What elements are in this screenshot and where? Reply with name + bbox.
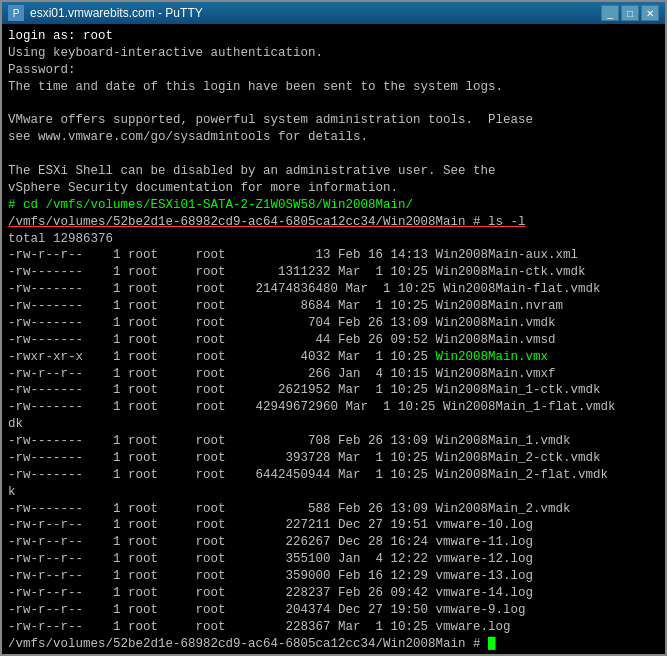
- line-16: -rw------- 1 root root 21474836480 Mar 1…: [8, 281, 659, 298]
- line-28: -rw-r--r-- 1 root root 227211 Dec 27 19:…: [8, 517, 659, 534]
- putty-icon: P: [8, 5, 24, 21]
- line-9: The ESXi Shell can be disabled by an adm…: [8, 163, 659, 180]
- title-bar-left: P esxi01.vmwarebits.com - PuTTY: [8, 5, 203, 21]
- line-26: -rw------- 1 root root 6442450944 Mar 1 …: [8, 467, 659, 484]
- line-4: The time and date of this login have bee…: [8, 79, 659, 96]
- putty-window: P esxi01.vmwarebits.com - PuTTY _ □ ✕ lo…: [0, 0, 667, 656]
- line-31: -rw-r--r-- 1 root root 359000 Feb 16 12:…: [8, 568, 659, 585]
- line-17: -rw------- 1 root root 8684 Mar 1 10:25 …: [8, 298, 659, 315]
- line-11: # cd /vmfs/volumes/ESXi01-SATA-2-Z1W0SW5…: [8, 197, 659, 214]
- line-26b: k: [8, 484, 659, 501]
- title-controls[interactable]: _ □ ✕: [601, 5, 659, 21]
- line-20: -rwxr-xr-x 1 root root 4032 Mar 1 10:25 …: [8, 349, 659, 366]
- terminal-output[interactable]: login as: root Using keyboard-interactiv…: [2, 24, 665, 654]
- title-bar: P esxi01.vmwarebits.com - PuTTY _ □ ✕: [2, 2, 665, 24]
- line-3: Password:: [8, 62, 659, 79]
- maximize-button[interactable]: □: [621, 5, 639, 21]
- line-23b: dk: [8, 416, 659, 433]
- line-22: -rw------- 1 root root 2621952 Mar 1 10:…: [8, 382, 659, 399]
- line-24: -rw------- 1 root root 708 Feb 26 13:09 …: [8, 433, 659, 450]
- line-8: [8, 146, 659, 163]
- line-34: -rw-r--r-- 1 root root 228367 Mar 1 10:2…: [8, 619, 659, 636]
- line-2: Using keyboard-interactive authenticatio…: [8, 45, 659, 62]
- line-23: -rw------- 1 root root 42949672960 Mar 1…: [8, 399, 659, 416]
- line-35: /vmfs/volumes/52be2d1e-68982cd9-ac64-680…: [8, 636, 659, 653]
- line-29: -rw-r--r-- 1 root root 226267 Dec 28 16:…: [8, 534, 659, 551]
- line-6: VMware offers supported, powerful system…: [8, 112, 659, 129]
- line-30: -rw-r--r-- 1 root root 355100 Jan 4 12:2…: [8, 551, 659, 568]
- line-7: see www.vmware.com/go/sysadmintools for …: [8, 129, 659, 146]
- window-title: esxi01.vmwarebits.com - PuTTY: [30, 6, 203, 20]
- line-33: -rw-r--r-- 1 root root 204374 Dec 27 19:…: [8, 602, 659, 619]
- minimize-button[interactable]: _: [601, 5, 619, 21]
- line-25: -rw------- 1 root root 393728 Mar 1 10:2…: [8, 450, 659, 467]
- line-32: -rw-r--r-- 1 root root 228237 Feb 26 09:…: [8, 585, 659, 602]
- line-18: -rw------- 1 root root 704 Feb 26 13:09 …: [8, 315, 659, 332]
- line-21: -rw-r--r-- 1 root root 266 Jan 4 10:15 W…: [8, 366, 659, 383]
- line-10: vSphere Security documentation for more …: [8, 180, 659, 197]
- line-1: login as: root: [8, 28, 659, 45]
- close-button[interactable]: ✕: [641, 5, 659, 21]
- line-12: /vmfs/volumes/52be2d1e-68982cd9-ac64-680…: [8, 214, 659, 231]
- line-27: -rw------- 1 root root 588 Feb 26 13:09 …: [8, 501, 659, 518]
- line-15: -rw------- 1 root root 1311232 Mar 1 10:…: [8, 264, 659, 281]
- line-13: total 12986376: [8, 231, 659, 248]
- line-5: [8, 96, 659, 113]
- line-19: -rw------- 1 root root 44 Feb 26 09:52 W…: [8, 332, 659, 349]
- line-14: -rw-r--r-- 1 root root 13 Feb 16 14:13 W…: [8, 247, 659, 264]
